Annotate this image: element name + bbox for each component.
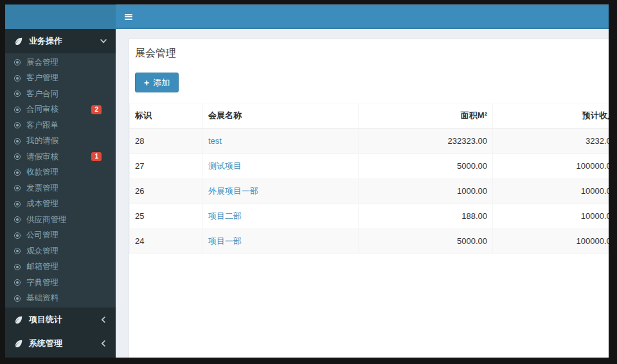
sidebar-item[interactable]: 客户跟单 — [5, 117, 116, 134]
column-header: 预计收入 — [493, 103, 609, 129]
table-cell: 1000.00 — [359, 179, 493, 204]
logo-area — [5, 4, 116, 29]
table-cell: 188.00 — [359, 204, 493, 229]
sidebar-item[interactable]: 观众管理 — [5, 243, 116, 259]
column-header: 标识 — [130, 103, 203, 129]
table-row: 24项目一部5000.00100000.00内展项目 — [130, 229, 609, 254]
table-cell: 28 — [130, 128, 203, 154]
screenshot-frame: { "topbar": { "menu_icon": "hamburger-ic… — [0, 0, 617, 364]
sidebar-item-label: 字典管理 — [26, 277, 58, 288]
sidebar-item[interactable]: 发票管理 — [5, 180, 116, 196]
table-row: 26外展项目一部1000.0010000.00外展项目 — [130, 179, 609, 204]
leaf-icon — [14, 315, 23, 324]
sidebar-item[interactable]: 邮箱管理 — [5, 259, 116, 275]
sidebar-item-label: 基础资料 — [26, 293, 58, 304]
plus-icon: + — [144, 78, 149, 87]
sidebar-section-business-operations[interactable]: 业务操作 — [5, 29, 116, 53]
hamburger-menu-button[interactable] — [116, 4, 141, 29]
table-cell: 项目一部 — [203, 229, 359, 254]
circle-icon — [14, 295, 21, 302]
table-body: 28test232323.003232.00内展项目27测试项目5000.001… — [130, 128, 609, 254]
sidebar-item[interactable]: 展会管理 — [5, 55, 116, 71]
sidebar-item-label: 客户跟单 — [26, 120, 58, 131]
sidebar-item-label: 供应商管理 — [26, 214, 67, 225]
chevron-down-icon — [100, 38, 107, 44]
table-cell: 测试项目 — [203, 154, 359, 179]
circle-icon — [14, 122, 21, 128]
table-cell: 5000.00 — [359, 154, 493, 179]
sidebar-item[interactable]: 基础资料 — [5, 291, 116, 307]
exhibitions-table: 标识会展名称面积M²预计收入实施部门 28test232323.003232.0… — [129, 103, 609, 254]
table-header-row: 标识会展名称面积M²预计收入实施部门 — [130, 103, 609, 129]
circle-icon — [14, 279, 21, 286]
sidebar-item[interactable]: 供应商管理 — [5, 212, 116, 228]
sidebar-item[interactable]: 成本管理 — [5, 196, 116, 212]
circle-icon — [14, 169, 21, 176]
table-cell: 3232.00 — [493, 128, 609, 154]
content-card: 展会管理 + 添加 标识会展名称面积M²预计收入实施部门 28test23232… — [129, 39, 609, 358]
page-title: 展会管理 — [135, 47, 609, 60]
circle-icon — [14, 264, 21, 270]
sidebar-section-label: 系统管理 — [29, 338, 62, 349]
sidebar-item-label: 请假审核 — [26, 152, 58, 162]
sidebar-item[interactable]: 请假审核1 — [5, 149, 116, 165]
exhibition-name-link[interactable]: 项目一部 — [208, 236, 242, 246]
sidebar-item-label: 我的请假 — [26, 135, 58, 146]
sidebar-item[interactable]: 字典管理 — [5, 275, 116, 291]
table-row: 28test232323.003232.00内展项目 — [130, 128, 609, 154]
table-cell: 100000.00 — [493, 229, 609, 254]
sidebar-section-label: 项目统计 — [29, 314, 62, 325]
circle-icon — [14, 185, 21, 191]
column-header: 面积M² — [359, 103, 493, 129]
leaf-icon — [14, 339, 23, 348]
sidebar-item-label: 展会管理 — [26, 57, 58, 68]
sidebar-item-label: 成本管理 — [26, 198, 58, 209]
sidebar-item-label: 观众管理 — [26, 246, 58, 257]
add-button[interactable]: + 添加 — [135, 73, 179, 92]
sidebar-item[interactable]: 客户合同 — [5, 86, 116, 102]
circle-icon — [14, 216, 21, 223]
table-cell: 外展项目一部 — [203, 179, 359, 204]
circle-icon — [14, 59, 21, 65]
leaf-icon — [14, 37, 23, 46]
sidebar: 业务操作展会管理客户管理客户合同合同审核2客户跟单我的请假请假审核1收款管理发票… — [5, 29, 116, 358]
sidebar-item-label: 收款管理 — [26, 167, 58, 178]
sidebar-item[interactable]: 合同审核2 — [5, 102, 116, 118]
table-cell: 25 — [130, 204, 203, 229]
table-row: 25项目二部188.0010000.00内展项目 — [130, 204, 609, 229]
circle-icon — [14, 91, 21, 97]
table-cell: 100000.00 — [493, 154, 609, 179]
exhibition-name-link[interactable]: 项目二部 — [208, 211, 242, 221]
table-cell: 232323.00 — [359, 128, 493, 154]
sidebar-item[interactable]: 公司管理 — [5, 228, 116, 244]
sidebar-item[interactable]: 客户管理 — [5, 71, 116, 87]
circle-icon — [14, 153, 21, 160]
topbar — [5, 4, 609, 29]
column-header: 会展名称 — [203, 103, 359, 129]
sidebar-section-system-management[interactable]: 系统管理 — [5, 331, 116, 355]
table-cell: 26 — [130, 179, 203, 204]
sidebar-section-label: 业务操作 — [29, 35, 62, 47]
circle-icon — [14, 138, 21, 144]
hamburger-icon — [125, 13, 132, 21]
exhibition-name-link[interactable]: 外展项目一部 — [208, 186, 258, 196]
sidebar-item[interactable]: 我的请假 — [5, 134, 116, 150]
add-button-label: 添加 — [153, 77, 170, 88]
app-screen: 业务操作展会管理客户管理客户合同合同审核2客户跟单我的请假请假审核1收款管理发票… — [5, 4, 609, 358]
sidebar-item[interactable]: 收款管理 — [5, 165, 116, 181]
table-cell: 10000.00 — [493, 204, 609, 229]
table-cell: 10000.00 — [493, 179, 609, 204]
navbar — [116, 4, 609, 29]
sidebar-item-label: 客户管理 — [26, 73, 58, 83]
table-row: 27测试项目5000.00100000.00内展项目 — [130, 154, 609, 179]
exhibition-name-link[interactable]: 测试项目 — [208, 161, 242, 171]
content-area: 展会管理 + 添加 标识会展名称面积M²预计收入实施部门 28test23232… — [116, 29, 609, 358]
sidebar-item-label: 发票管理 — [26, 183, 58, 194]
table-cell: test — [203, 128, 359, 154]
sidebar-section-project-statistics[interactable]: 项目统计 — [5, 308, 116, 331]
notification-badge: 2 — [91, 105, 102, 114]
circle-icon — [14, 201, 21, 207]
notification-badge: 1 — [91, 152, 102, 161]
exhibition-name-link[interactable]: test — [208, 136, 222, 146]
app-body: 业务操作展会管理客户管理客户合同合同审核2客户跟单我的请假请假审核1收款管理发票… — [5, 29, 609, 358]
